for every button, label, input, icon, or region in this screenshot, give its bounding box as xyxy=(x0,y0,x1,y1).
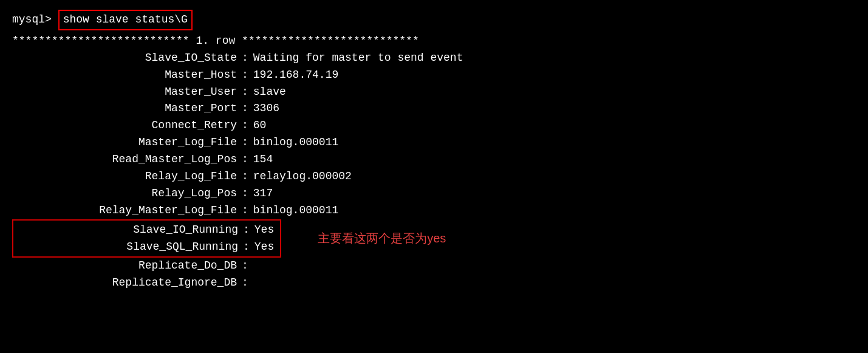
output-row: Slave_IO_Running:Yes xyxy=(13,222,274,239)
output-row: Slave_SQL_Running:Yes xyxy=(13,239,274,256)
field-name: Master_Port xyxy=(12,100,237,117)
output-row: Replicate_Ignore_DB: xyxy=(12,275,856,292)
row-separator: *************************** 1. row *****… xyxy=(12,33,856,50)
field-colon: : xyxy=(242,100,248,117)
highlight-section: Slave_IO_Running:YesSlave_SQL_Running:Ye… xyxy=(12,219,856,258)
field-value: 60 xyxy=(253,117,267,134)
field-value: 192.168.74.19 xyxy=(253,67,338,84)
field-value: Yes xyxy=(255,239,274,256)
field-name: Replicate_Ignore_DB xyxy=(12,275,237,292)
field-name: Relay_Log_File xyxy=(12,168,237,185)
field-name: Master_User xyxy=(12,84,237,101)
output-row: Relay_Log_Pos:317 xyxy=(12,185,856,202)
field-name: Relay_Master_Log_File xyxy=(12,202,237,219)
output-row: Relay_Log_File:relaylog.000002 xyxy=(12,168,856,185)
field-colon: : xyxy=(242,275,248,292)
field-name: Replicate_Do_DB xyxy=(12,258,237,275)
field-value: 3306 xyxy=(253,100,279,117)
output-row: Read_Master_Log_Pos:154 xyxy=(12,151,856,168)
field-colon: : xyxy=(242,67,248,84)
chinese-note: 主要看这两个是否为yes xyxy=(318,229,446,248)
field-colon: : xyxy=(242,134,248,151)
field-name: Relay_Log_Pos xyxy=(12,185,237,202)
output-row: Connect_Retry:60 xyxy=(12,117,856,134)
prompt-line: mysql> show slave status\G xyxy=(12,10,856,30)
field-colon: : xyxy=(242,151,248,168)
field-value: Yes xyxy=(255,222,274,239)
field-value: 154 xyxy=(253,151,273,168)
field-name: Connect_Retry xyxy=(12,117,237,134)
field-colon: : xyxy=(242,258,248,275)
prompt-text: mysql> xyxy=(12,12,58,29)
field-name: Slave_SQL_Running xyxy=(13,239,238,256)
output-row: Master_Port:3306 xyxy=(12,100,856,117)
field-value: Waiting for master to send event xyxy=(253,50,463,67)
output-row: Master_User:slave xyxy=(12,84,856,101)
field-colon: : xyxy=(242,50,248,67)
field-colon: : xyxy=(243,239,250,256)
field-colon: : xyxy=(242,202,248,219)
output-row: Slave_IO_State:Waiting for master to sen… xyxy=(12,50,856,67)
field-value: relaylog.000002 xyxy=(253,168,352,185)
field-value: slave xyxy=(253,84,286,101)
command-box: show slave status\G xyxy=(58,10,193,30)
field-colon: : xyxy=(242,168,248,185)
field-name: Read_Master_Log_Pos xyxy=(12,151,237,168)
field-colon: : xyxy=(242,117,248,134)
field-name: Master_Log_File xyxy=(12,134,237,151)
output-row: Master_Host:192.168.74.19 xyxy=(12,67,856,84)
field-colon: : xyxy=(242,185,248,202)
field-value: 317 xyxy=(253,185,273,202)
field-name: Slave_IO_State xyxy=(12,50,237,67)
field-colon: : xyxy=(242,84,248,101)
field-name: Master_Host xyxy=(12,67,237,84)
output-row: Relay_Master_Log_File:binlog.000011 xyxy=(12,202,856,219)
terminal: mysql> show slave status\G *************… xyxy=(12,10,856,292)
field-name: Slave_IO_Running xyxy=(13,222,238,239)
field-colon: : xyxy=(243,222,250,239)
field-value: binlog.000011 xyxy=(253,134,338,151)
output-fields: Slave_IO_State:Waiting for master to sen… xyxy=(12,50,856,292)
output-row: Master_Log_File:binlog.000011 xyxy=(12,134,856,151)
output-row: Replicate_Do_DB: xyxy=(12,258,856,275)
field-value: binlog.000011 xyxy=(253,202,338,219)
